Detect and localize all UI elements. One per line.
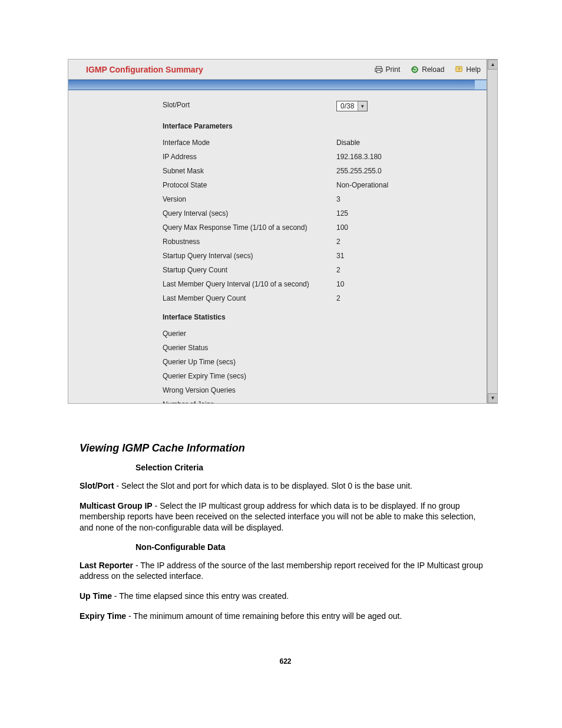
stat-row: Querier Status xyxy=(163,344,475,352)
text-slotport: - Select the Slot and port for which dat… xyxy=(114,481,412,490)
stat-label: Querier Status xyxy=(163,344,336,352)
stat-row: Querier xyxy=(163,330,475,338)
param-value: 31 xyxy=(336,252,344,260)
stat-label: Querier Up Time (secs) xyxy=(163,358,336,366)
text-expiry-time: - The minimum amount of time remaining b… xyxy=(126,611,402,621)
param-row: Interface ModeDisable xyxy=(163,139,475,147)
param-value: 2 xyxy=(336,294,340,302)
term-slotport: Slot/Port xyxy=(80,481,114,490)
help-button[interactable]: ? Help xyxy=(455,65,481,74)
param-label: Query Max Response Time (1/10 of a secon… xyxy=(163,223,336,232)
param-value: Disable xyxy=(336,139,360,147)
text-up-time: - The time elapsed since this entry was … xyxy=(112,591,289,601)
param-row: Version3 xyxy=(163,195,475,203)
param-label: Last Member Query Count xyxy=(163,294,336,302)
param-row: Last Member Query Count2 xyxy=(163,294,475,302)
printer-icon xyxy=(375,65,383,74)
subheading-selection-criteria: Selection Criteria xyxy=(135,463,491,472)
param-value: 10 xyxy=(336,280,344,288)
reload-button[interactable]: Reload xyxy=(411,65,444,74)
page-number: 622 xyxy=(80,657,491,666)
scroll-down-button[interactable]: ▾ xyxy=(488,393,498,403)
param-label: Last Member Query Interval (1/10 of a se… xyxy=(163,280,336,288)
param-value: 2 xyxy=(336,266,340,274)
stat-row: Querier Expiry Time (secs) xyxy=(163,372,475,380)
paragraph-slotport: Slot/Port - Select the Slot and port for… xyxy=(80,480,491,491)
vertical-scrollbar[interactable]: ▴ ▾ xyxy=(487,60,497,403)
paragraph-up-time: Up Time - The time elapsed since this en… xyxy=(80,591,491,601)
slotport-select[interactable]: 0/38 ▾ xyxy=(336,101,368,111)
subheading-non-configurable-data: Non-Configurable Data xyxy=(135,542,491,552)
panel-title: IGMP Configuration Summary xyxy=(86,65,203,74)
stat-label: Querier xyxy=(163,330,336,338)
stat-row: Querier Up Time (secs) xyxy=(163,358,475,366)
config-panel: ▴ ▾ IGMP Configuration Summary Print xyxy=(68,59,498,404)
scroll-up-button[interactable]: ▴ xyxy=(488,60,498,70)
slotport-row: Slot/Port 0/38 ▾ xyxy=(163,101,475,111)
slotport-value: 0/38 xyxy=(337,101,358,111)
interface-statistics-heading: Interface Statistics xyxy=(163,313,475,321)
param-label: Version xyxy=(163,195,336,203)
param-row: Robustness2 xyxy=(163,238,475,246)
svg-rect-0 xyxy=(376,66,381,68)
term-last-reporter: Last Reporter xyxy=(80,561,133,570)
param-row: Protocol StateNon-Operational xyxy=(163,181,475,189)
param-label: Robustness xyxy=(163,238,336,246)
param-label: Startup Query Count xyxy=(163,266,336,274)
print-label: Print xyxy=(386,65,401,74)
help-icon: ? xyxy=(455,65,463,74)
reload-icon xyxy=(411,65,419,74)
param-label: Protocol State xyxy=(163,181,336,189)
term-up-time: Up Time xyxy=(80,591,112,601)
term-expiry-time: Expiry Time xyxy=(80,611,126,621)
section-heading: Viewing IGMP Cache Information xyxy=(80,442,491,454)
content-area: Slot/Port 0/38 ▾ Interface Parameters In… xyxy=(68,90,487,404)
slotport-label: Slot/Port xyxy=(163,101,336,111)
paragraph-last-reporter: Last Reporter - The IP address of the so… xyxy=(80,560,491,581)
param-value: 3 xyxy=(336,195,340,203)
param-row: Startup Query Count2 xyxy=(163,266,475,274)
param-label: Startup Query Interval (secs) xyxy=(163,252,336,260)
stat-row: Wrong Version Queries xyxy=(163,386,475,394)
blue-separator xyxy=(68,80,487,90)
param-value: 100 xyxy=(336,223,348,232)
param-label: Interface Mode xyxy=(163,139,336,147)
help-label: Help xyxy=(466,65,481,74)
document-body: Viewing IGMP Cache Information Selection… xyxy=(0,442,562,666)
paragraph-multicast-group-ip: Multicast Group IP - Select the IP multi… xyxy=(80,500,491,533)
param-label: IP Address xyxy=(163,153,336,161)
stat-row: Number of Joins xyxy=(163,400,475,404)
reload-label: Reload xyxy=(422,65,444,74)
param-value: 125 xyxy=(336,209,348,218)
param-row: Startup Query Interval (secs)31 xyxy=(163,252,475,260)
param-value: 192.168.3.180 xyxy=(336,153,382,161)
svg-rect-2 xyxy=(376,70,381,73)
param-row: Last Member Query Interval (1/10 of a se… xyxy=(163,280,475,288)
titlebar: IGMP Configuration Summary Print Reload xyxy=(68,60,487,80)
print-button[interactable]: Print xyxy=(375,65,401,74)
param-label: Query Interval (secs) xyxy=(163,209,336,218)
paragraph-expiry-time: Expiry Time - The minimum amount of time… xyxy=(80,611,491,621)
param-value: 2 xyxy=(336,238,340,246)
param-value: 255.255.255.0 xyxy=(336,167,382,175)
param-row: Subnet Mask255.255.255.0 xyxy=(163,167,475,175)
interface-parameters-heading: Interface Parameters xyxy=(163,122,475,130)
param-row: IP Address192.168.3.180 xyxy=(163,153,475,161)
toolbar: Print Reload ? Help xyxy=(375,65,481,74)
stat-label: Wrong Version Queries xyxy=(163,386,336,394)
text-last-reporter: - The IP address of the source of the la… xyxy=(80,561,483,581)
term-multicast-group-ip: Multicast Group IP xyxy=(80,501,153,510)
param-value: Non-Operational xyxy=(336,181,388,189)
param-row: Query Interval (secs)125 xyxy=(163,209,475,218)
svg-text:?: ? xyxy=(458,66,461,71)
param-row: Query Max Response Time (1/10 of a secon… xyxy=(163,223,475,232)
chevron-down-icon: ▾ xyxy=(358,101,367,111)
stat-label: Number of Joins xyxy=(163,400,336,404)
param-label: Subnet Mask xyxy=(163,167,336,175)
stat-label: Querier Expiry Time (secs) xyxy=(163,372,336,380)
